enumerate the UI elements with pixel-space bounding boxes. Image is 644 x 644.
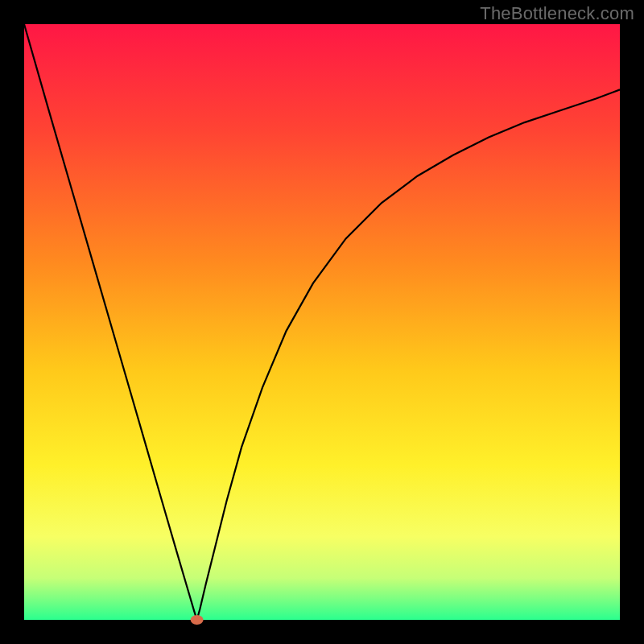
optimum-marker (191, 615, 204, 625)
watermark-text: TheBottleneck.com (480, 3, 634, 24)
plot-background (24, 24, 620, 620)
bottleneck-chart (0, 0, 644, 644)
chart-container: TheBottleneck.com (0, 0, 644, 644)
